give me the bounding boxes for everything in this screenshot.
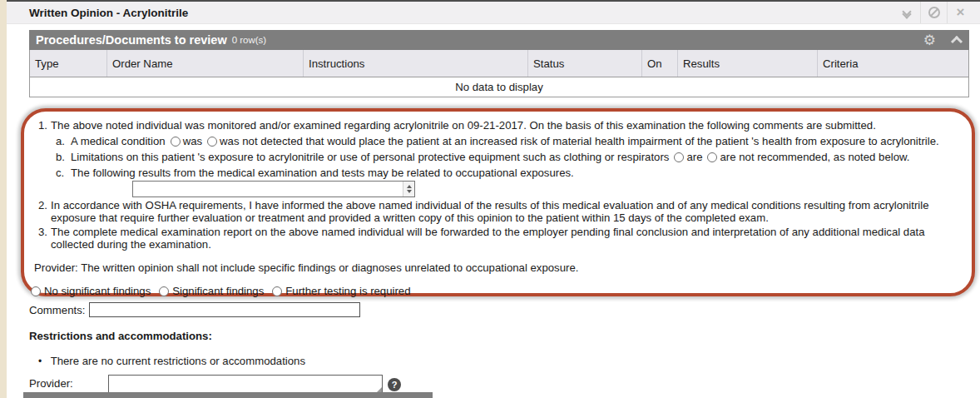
column-header-criteria: Criteria xyxy=(817,50,968,77)
provider-label: Provider: xyxy=(29,375,108,390)
opinion-item-1b: b. Limitations on this patient 's exposu… xyxy=(56,151,963,163)
opinion-item-1: 1. The above noted individual was monito… xyxy=(34,119,963,132)
radio-was-label: was xyxy=(183,135,202,147)
opinion-highlight-box: 1. The above noted individual was monito… xyxy=(21,108,975,296)
opinion-item-2-text: In accordance with OSHA requirements, I … xyxy=(51,199,963,224)
exam-results-field-wrap xyxy=(132,181,415,197)
window-titlebar: Written Opinion - Acrylonitrile × xyxy=(7,0,980,24)
titlebar-icon-group: × xyxy=(893,2,973,23)
radio-significant-findings[interactable] xyxy=(159,286,169,296)
panel-title: Procedures/Documents to review xyxy=(36,33,227,47)
opinion-item-3: 3. The complete medical examination repo… xyxy=(34,226,963,251)
chevron-up-icon[interactable] xyxy=(951,36,963,47)
column-header-instructions: Instructions xyxy=(303,50,527,77)
panel-row-count: 0 row(s) xyxy=(232,35,267,45)
comments-input[interactable] xyxy=(89,302,360,317)
radio-label-no-significant-findings: No significant findings xyxy=(44,285,151,297)
radio-are-label: are xyxy=(686,151,702,163)
opinion-item-1a: a. A medical conditionwaswas not detecte… xyxy=(56,135,963,147)
item-number: 2. xyxy=(34,199,51,224)
procedures-panel-header: Procedures/Documents to review 0 row(s) … xyxy=(29,30,969,50)
item-letter: c. xyxy=(56,167,71,179)
table-empty-message: No data to display xyxy=(30,77,968,97)
comments-label: Comments: xyxy=(29,304,85,316)
item-1b-suffix: recommended, as noted below. xyxy=(755,151,910,163)
spinner-down-icon xyxy=(407,190,412,193)
spinner-control[interactable] xyxy=(403,182,414,197)
item-1b-prefix: Limitations on this patient 's exposure … xyxy=(71,151,669,163)
findings-radio-group: No significant findings Significant find… xyxy=(31,285,963,297)
item-1a-prefix: A medical condition xyxy=(71,135,166,147)
item-number: 3. xyxy=(34,226,51,251)
opinion-item-1-text: The above noted individual was monitored… xyxy=(51,119,963,132)
spinner-up-icon xyxy=(407,185,412,188)
radio-was-not[interactable] xyxy=(207,137,217,147)
page-title: Written Opinion - Acrylonitrile xyxy=(29,7,188,19)
next-section-bar-partial xyxy=(23,392,433,398)
help-icon[interactable]: ? xyxy=(388,378,401,391)
radio-label-significant-findings: Significant findings xyxy=(172,285,264,297)
column-header-status: Status xyxy=(527,50,641,77)
restrictions-bullet-row: • There are no current restrictions or a… xyxy=(38,355,305,367)
radio-are-not[interactable] xyxy=(707,152,717,162)
bullet-icon: • xyxy=(38,356,42,367)
column-header-type: Type xyxy=(30,50,106,77)
opinion-item-1b-text: Limitations on this patient 's exposure … xyxy=(71,151,963,163)
written-opinion-page: Written Opinion - Acrylonitrile × Proced… xyxy=(0,0,980,398)
column-header-order-name: Order Name xyxy=(106,50,303,77)
item-number: 1. xyxy=(34,119,51,132)
column-header-results: Results xyxy=(677,50,817,77)
radio-further-testing[interactable] xyxy=(272,286,282,296)
circle-slash-icon xyxy=(928,7,940,18)
radio-label-further-testing: Further testing is required xyxy=(285,285,410,297)
restrictions-heading: Restrictions and accommodations: xyxy=(29,330,212,342)
exam-results-input-row xyxy=(132,181,963,197)
opinion-item-2: 2. In accordance with OSHA requirements,… xyxy=(34,199,963,224)
radio-was[interactable] xyxy=(171,137,181,147)
radio-no-significant-findings[interactable] xyxy=(31,286,41,296)
radio-are-not-label: are not xyxy=(720,151,754,163)
disable-button[interactable] xyxy=(920,2,947,23)
table-header-row: Type Order Name Instructions Status On R… xyxy=(30,50,968,77)
provider-row: Provider: ? xyxy=(29,375,401,394)
item-1a-suffix: detected that would place the patient at… xyxy=(258,135,939,147)
procedures-panel: Procedures/Documents to review 0 row(s) … xyxy=(29,30,969,97)
opinion-item-1c-text: The following results from the medical e… xyxy=(71,167,963,179)
provider-input[interactable] xyxy=(108,375,383,394)
provider-note: Provider: The written opinion shall not … xyxy=(34,261,963,274)
radio-was-not-label: was not xyxy=(220,135,257,147)
collapse-all-button[interactable] xyxy=(893,2,920,23)
provider-field-wrap xyxy=(108,375,383,394)
restrictions-bullet-text: There are no current restrictions or acc… xyxy=(51,355,305,367)
column-header-on: On xyxy=(641,50,677,77)
exam-results-input[interactable] xyxy=(133,182,403,197)
close-button[interactable]: × xyxy=(947,2,973,23)
close-icon: × xyxy=(957,7,965,18)
item-letter: b. xyxy=(56,151,71,163)
radio-are[interactable] xyxy=(674,152,684,162)
gear-icon[interactable]: ⚙ xyxy=(923,33,936,47)
opinion-item-3-text: The complete medical examination report … xyxy=(51,226,963,251)
left-margin-strip xyxy=(0,0,7,398)
opinion-item-1c: c. The following results from the medica… xyxy=(56,167,963,179)
item-letter: a. xyxy=(56,135,71,147)
comments-row: Comments: xyxy=(29,302,360,317)
procedures-table: Type Order Name Instructions Status On R… xyxy=(29,50,969,97)
opinion-item-1a-text: A medical conditionwaswas not detected t… xyxy=(71,135,963,147)
